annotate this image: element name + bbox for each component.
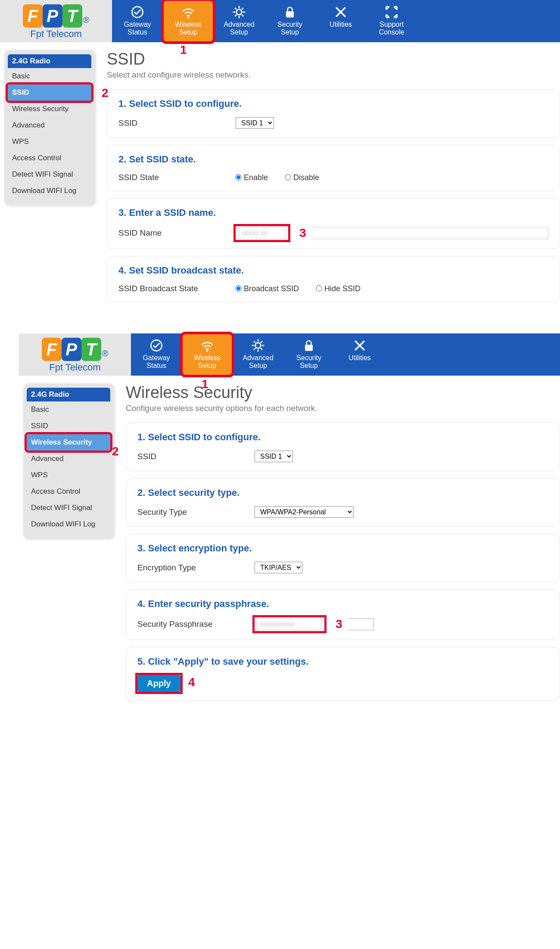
ssidname-highlight [236, 226, 288, 240]
ssidname-label: SSID Name [118, 228, 230, 238]
svg-line-10 [235, 15, 236, 16]
sidebar-item-ssid[interactable]: SSID [8, 84, 91, 101]
wifi-icon [180, 4, 197, 20]
panel-heading: 3. Enter a SSID name. [118, 207, 548, 218]
panel-select-ssid: 1. Select SSID to configure. SSID SSID 1 [107, 89, 560, 138]
top-nav: Gateway Status Wireless Setup Advanced S… [131, 333, 560, 376]
sectype-label: Security Type [137, 507, 249, 517]
apply-button[interactable]: Apply [137, 675, 180, 692]
svg-point-16 [255, 343, 261, 348]
logo-f: F [23, 4, 43, 28]
state-label: SSID State [118, 173, 230, 182]
nav-security-setup[interactable]: Security Setup [264, 0, 315, 42]
screenshot-2: F P T ® Fpt Telecom Gateway Status Wirel… [0, 333, 560, 721]
sidebar-item-advanced[interactable]: Advanced [8, 117, 91, 134]
sidebar-item-access-control[interactable]: Access Control [27, 483, 110, 500]
nav-gateway-status[interactable]: Gateway Status [112, 0, 163, 42]
panel-broadcast: 4. Set SSID broadcast state. SSID Broadc… [107, 256, 560, 302]
panel-heading: 5. Click "Apply" to save your settings. [137, 656, 548, 667]
annotation-2: 2 [102, 86, 109, 100]
nav-utilities[interactable]: Utilities [334, 333, 385, 376]
svg-rect-11 [286, 11, 294, 17]
panel-ssid-name: 3. Enter a SSID name. SSID Name 3 [107, 198, 560, 249]
encryption-select[interactable]: TKIP/AES [255, 562, 302, 573]
nav-support-console[interactable]: Support Console [366, 0, 417, 42]
top-nav: Gateway Status Wireless Setup Advanced S… [112, 0, 560, 42]
wifi-icon [199, 338, 216, 353]
logo-f: F [42, 338, 62, 361]
sidebar-item-ssid[interactable]: SSID [27, 418, 110, 434]
panel-select-ssid: 1. Select SSID to configure. SSID SSID 1 [126, 423, 560, 471]
page-title: SSID [107, 50, 560, 68]
ssid-label: SSID [118, 118, 230, 128]
registered-icon: ® [83, 15, 90, 25]
panel-security-type: 2. Select security type. Security Type W… [126, 478, 560, 527]
sidebar-item-detect-wifi[interactable]: Detect WIFI Signal [27, 500, 110, 516]
panel-heading: 1. Select SSID to configure. [118, 98, 548, 109]
sidebar: 2.4G Radio Basic SSID Wireless Security … [4, 50, 95, 205]
panel-heading: 4. Enter security passphrase. [137, 598, 548, 610]
panel-ssid-state: 2. Set SSID state. SSID State Enable Dis… [107, 145, 560, 191]
svg-line-22 [261, 348, 262, 350]
nav-advanced-setup[interactable]: Advanced Setup [214, 0, 264, 42]
header: F P T ® Fpt Telecom Gateway Status Wirel… [19, 333, 560, 376]
svg-line-24 [254, 348, 255, 350]
tools-icon [332, 4, 349, 20]
sidebar-item-advanced[interactable]: Advanced [27, 451, 110, 467]
registered-icon: ® [102, 348, 109, 358]
sidebar-item-wps[interactable]: WPS [27, 467, 110, 483]
radio-broadcast-input[interactable] [235, 285, 241, 291]
ssid-name-input-ext[interactable] [311, 227, 548, 239]
svg-line-8 [242, 15, 243, 16]
sidebar-item-basic[interactable]: Basic [8, 68, 91, 84]
nav-security-setup[interactable]: Security Setup [283, 333, 334, 376]
security-type-select[interactable]: WPA/WPA2-Personal [255, 506, 354, 518]
tools-icon [351, 338, 368, 353]
pass-label: Security Passphrase [137, 619, 249, 629]
sidebar-header: 2.4G Radio [8, 54, 91, 68]
ssid-select[interactable]: SSID 1 [236, 117, 274, 129]
radio-disable[interactable]: Disable [285, 173, 319, 182]
ssid-name-input[interactable] [238, 227, 286, 239]
radio-disable-input[interactable] [285, 174, 291, 180]
logo-subtitle: Fpt Telecom [49, 362, 100, 373]
radio-enable[interactable]: Enable [236, 173, 268, 182]
panel-heading: 4. Set SSID broadcast state. [118, 265, 548, 276]
sidebar-item-detect-wifi[interactable]: Detect WIFI Signal [8, 166, 91, 183]
logo-p: P [43, 4, 62, 28]
radio-enable-input[interactable] [235, 174, 241, 180]
sidebar-item-basic[interactable]: Basic [27, 401, 110, 418]
sidebar-item-download-log[interactable]: Download WIFI Log [27, 516, 110, 532]
svg-rect-25 [305, 345, 313, 351]
nav-wireless-setup[interactable]: Wireless Setup [163, 0, 214, 42]
logo-t: T [81, 338, 101, 361]
page-subtitle: Configure wireless security options for … [126, 404, 560, 413]
nav-advanced-setup[interactable]: Advanced Setup [233, 333, 283, 376]
panel-heading: 1. Select SSID to configure. [137, 432, 548, 443]
sidebar-item-wireless-security[interactable]: Wireless Security [8, 101, 91, 117]
svg-line-21 [254, 341, 255, 343]
panel-passphrase: 4. Enter security passphrase. Security P… [126, 589, 560, 640]
radio-hide[interactable]: Hide SSID [316, 284, 361, 293]
check-circle-icon [148, 338, 165, 353]
passphrase-input-ext[interactable] [348, 618, 373, 630]
expand-icon [383, 4, 400, 20]
nav-utilities[interactable]: Utilities [315, 0, 366, 42]
sidebar-item-wireless-security[interactable]: Wireless Security [27, 434, 110, 451]
gear-icon [249, 338, 267, 353]
radio-hide-input[interactable] [316, 285, 322, 291]
sidebar-item-download-log[interactable]: Download WIFI Log [8, 183, 91, 199]
lock-icon [281, 4, 299, 20]
passphrase-input[interactable] [257, 618, 322, 630]
nav-gateway-status[interactable]: Gateway Status [131, 333, 182, 376]
svg-line-23 [261, 341, 262, 343]
page-subtitle: Select and configure wireless networks. [107, 70, 560, 80]
nav-wireless-setup[interactable]: Wireless Setup [182, 333, 233, 376]
radio-broadcast[interactable]: Broadcast SSID [236, 284, 299, 293]
logo-t: T [62, 4, 82, 28]
sidebar-item-wps[interactable]: WPS [8, 134, 91, 150]
main-content: SSID Select and configure wireless netwo… [107, 50, 560, 309]
sidebar-item-access-control[interactable]: Access Control [8, 150, 91, 166]
ssid-select[interactable]: SSID 1 [255, 451, 293, 462]
lock-icon [300, 338, 317, 353]
